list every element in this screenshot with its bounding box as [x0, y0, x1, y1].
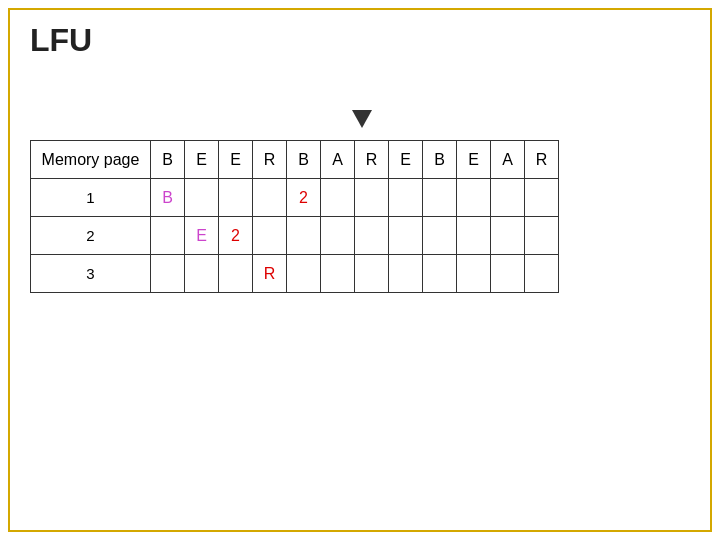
table-row: 1B2 [31, 179, 559, 217]
row-label-0: 1 [31, 179, 151, 217]
cell-0-4: 2 [287, 179, 321, 217]
cell-2-8 [423, 255, 457, 293]
main-table-container: Memory page BEERBAREBEAR 1B22E23R [30, 140, 559, 293]
header-cell-8: B [423, 141, 457, 179]
cell-2-9 [457, 255, 491, 293]
header-cell-2: E [219, 141, 253, 179]
memory-table: Memory page BEERBAREBEAR 1B22E23R [30, 140, 559, 293]
header-cell-3: R [253, 141, 287, 179]
page-title: LFU [30, 22, 92, 59]
table-row: 2E2 [31, 217, 559, 255]
cell-0-11 [525, 179, 559, 217]
cell-1-10 [491, 217, 525, 255]
cell-2-1 [185, 255, 219, 293]
header-cell-5: A [321, 141, 355, 179]
cell-1-7 [389, 217, 423, 255]
cell-1-5 [321, 217, 355, 255]
cell-0-0: B [151, 179, 185, 217]
row-label-2: 3 [31, 255, 151, 293]
cell-2-0 [151, 255, 185, 293]
cell-1-1: E [185, 217, 219, 255]
cell-0-3 [253, 179, 287, 217]
table-row: 3R [31, 255, 559, 293]
header-cell-0: B [151, 141, 185, 179]
cell-2-6 [355, 255, 389, 293]
header-cell-7: E [389, 141, 423, 179]
cell-2-5 [321, 255, 355, 293]
header-cell-10: A [491, 141, 525, 179]
header-cell-11: R [525, 141, 559, 179]
header-cell-6: R [355, 141, 389, 179]
cell-1-8 [423, 217, 457, 255]
cell-0-5 [321, 179, 355, 217]
cell-1-6 [355, 217, 389, 255]
cell-0-8 [423, 179, 457, 217]
cell-2-10 [491, 255, 525, 293]
cell-0-10 [491, 179, 525, 217]
cell-2-7 [389, 255, 423, 293]
cell-2-2 [219, 255, 253, 293]
header-cell-9: E [457, 141, 491, 179]
cell-1-4 [287, 217, 321, 255]
table-header-label: Memory page [31, 141, 151, 179]
cell-1-2: 2 [219, 217, 253, 255]
arrow-down-icon [352, 110, 372, 128]
cell-1-3 [253, 217, 287, 255]
cell-1-11 [525, 217, 559, 255]
cell-1-0 [151, 217, 185, 255]
cell-0-6 [355, 179, 389, 217]
header-cell-1: E [185, 141, 219, 179]
cell-1-9 [457, 217, 491, 255]
header-cell-4: B [287, 141, 321, 179]
cell-0-9 [457, 179, 491, 217]
row-label-1: 2 [31, 217, 151, 255]
cell-2-11 [525, 255, 559, 293]
cell-0-1 [185, 179, 219, 217]
cell-0-2 [219, 179, 253, 217]
table-header-row: Memory page BEERBAREBEAR [31, 141, 559, 179]
cell-0-7 [389, 179, 423, 217]
cell-2-4 [287, 255, 321, 293]
cell-2-3: R [253, 255, 287, 293]
